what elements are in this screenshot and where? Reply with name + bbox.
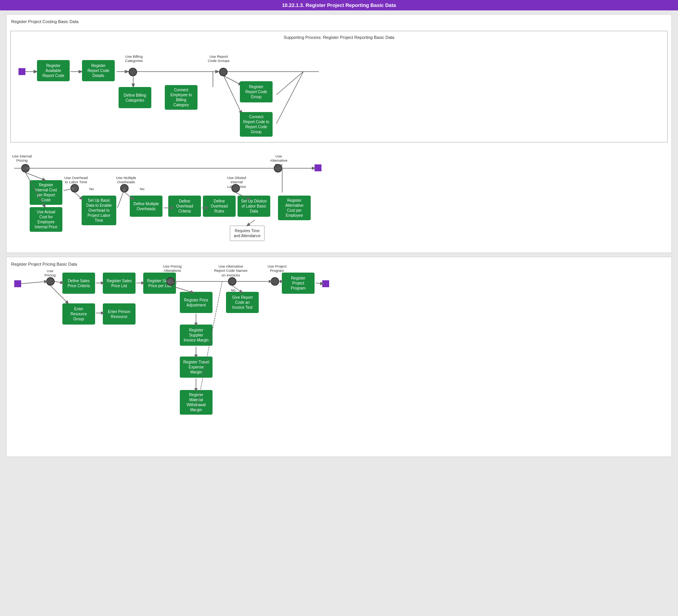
reg-material-margin[interactable]: Register Material Withdrawal Margin xyxy=(180,390,213,415)
no-label-multiple: No xyxy=(140,187,144,191)
sub-process-label: Supporting Process: Register Project Rep… xyxy=(15,35,663,40)
enter-resource-group[interactable]: Enter Resource Group xyxy=(62,303,95,325)
start-node-top xyxy=(18,68,25,75)
gate-billing-label: Use BillingCategories xyxy=(121,54,147,63)
conn-employee-billing[interactable]: Connect Employee to Billing Category xyxy=(165,85,198,110)
setup-basic-overhead[interactable]: Set Up Basic Data to Enable Overhead to … xyxy=(82,196,116,225)
def-sales-price-criteria[interactable]: Define Sales Price Criteria xyxy=(62,273,95,294)
top-diagram-label: Register Project Costing Basic Data xyxy=(11,19,667,24)
gate-pricing-alterations xyxy=(166,277,175,286)
svg-line-28 xyxy=(55,281,63,283)
gate-report-code-groups xyxy=(219,68,228,76)
page-title: 10.22.1.3. Register Project Reporting Ba… xyxy=(0,0,678,10)
reg-supplier-margin[interactable]: Register Supplier Invoice Margin xyxy=(180,325,213,346)
def-overhead-criteria[interactable]: Define Overhead Criteria xyxy=(168,196,201,217)
svg-line-27 xyxy=(21,281,47,284)
gate-multiple-overheads xyxy=(120,184,129,192)
reg-travel-margin[interactable]: Register Travel Expense Margin xyxy=(180,357,213,378)
no-label-overhead: No xyxy=(89,187,94,191)
gate-internal-pricing xyxy=(21,164,30,172)
top-diagram: Register Project Costing Basic Data Supp… xyxy=(6,14,672,253)
reg-report-code-group[interactable]: Register Report Code Group xyxy=(240,81,273,102)
svg-line-25 xyxy=(247,220,255,226)
gate-project-program-label: Use ProjectProgram xyxy=(263,264,291,273)
bottom-diagram-label: Register Project Pricing Basic Data xyxy=(11,262,667,266)
svg-line-16 xyxy=(25,172,45,180)
reg-sales-price-list[interactable]: Register Sales Price List xyxy=(103,273,136,294)
end-node-top xyxy=(315,164,321,171)
gate-multiple-overheads-label: Use MultipleOverheads xyxy=(114,176,139,184)
gate-report-code-groups-label: Use ReportCode Groups xyxy=(203,54,234,63)
gate-alternative-cost xyxy=(274,164,282,172)
bottom-diagram: Register Project Pricing Basic Data UseP… xyxy=(6,257,672,457)
def-multiple-overheads[interactable]: Define Multiple Overheads xyxy=(130,196,162,217)
reg-price-adjustment[interactable]: Register Price Adjustment xyxy=(180,292,213,313)
reg-internal-cost[interactable]: Register Internal Cost per Report Code xyxy=(30,180,62,205)
enter-person-resource[interactable]: Enter Person Resource xyxy=(103,303,136,325)
setup-dilution[interactable]: Set Up Dilution of Labor Basic Data xyxy=(238,196,270,217)
def-billing-categories[interactable]: Define Billing Categories xyxy=(119,87,151,108)
gate-project-program xyxy=(271,277,279,286)
svg-line-10 xyxy=(276,72,303,95)
gate-billing xyxy=(129,68,137,76)
gate-alt-report-names xyxy=(228,277,236,286)
def-overhead-rules[interactable]: Define Overhead Rules xyxy=(203,196,236,217)
give-report-code-invoice-text[interactable]: Give Report Code an Invoice Text xyxy=(226,292,259,313)
gate-alt-report-names-label: Use AlternativeReport Code Nameson Invoi… xyxy=(213,264,249,277)
use-actual-cost[interactable]: Use Actual Cost for Employee Internal Pr… xyxy=(30,207,62,232)
gate-pricing-label: UsePricing xyxy=(40,269,60,278)
gate-pricing xyxy=(46,277,55,286)
end-node-bottom xyxy=(322,280,329,287)
reg-alt-cost-employee[interactable]: Register Alternative Cost per Employee xyxy=(278,196,311,220)
reg-project-program[interactable]: Register Project Program xyxy=(282,273,315,294)
gate-internal-pricing-label: Use InternalPricing xyxy=(10,154,33,163)
gate-pricing-alterations-label: Use PricingAlterations xyxy=(160,264,185,273)
start-node-bottom xyxy=(14,280,21,287)
conn-report-code-group[interactable]: Connect Report Code to Report Code Group xyxy=(240,112,273,137)
gate-diluted-labor xyxy=(231,184,240,192)
reg-available-report-code[interactable]: Register Available Report Code xyxy=(37,60,70,81)
reg-report-code-details[interactable]: Register Report Code Details xyxy=(82,60,115,81)
gate-overhead-labor xyxy=(70,184,79,192)
svg-line-11 xyxy=(276,72,303,124)
svg-line-9 xyxy=(224,76,242,114)
svg-line-19 xyxy=(75,192,82,199)
req-time-attendance: Requires Time and Attendance xyxy=(230,226,265,241)
svg-line-8 xyxy=(224,76,242,85)
gate-overhead-labor-label: Use Overheadto Labor Time xyxy=(64,176,89,184)
